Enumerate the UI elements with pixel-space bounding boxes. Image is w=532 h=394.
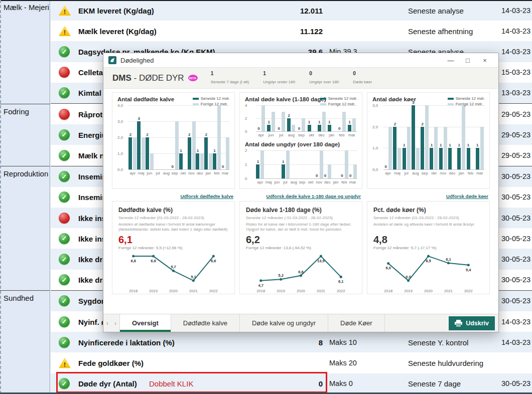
print-button[interactable]: Udskriv (449, 316, 495, 330)
status-ok-icon: ✓ (59, 337, 70, 348)
kpi-line-chart: 6,00,08,56,15,420182019202020212022 (373, 251, 483, 293)
kpi-value: 4,8 (373, 234, 483, 245)
bar-current (328, 125, 331, 131)
row-value: 12.011 (271, 6, 323, 15)
status-warning-icon: ! (59, 5, 71, 16)
dialog-titlebar[interactable]: Dødelighed — □ × (103, 53, 498, 67)
bar-group: 2 (204, 105, 213, 169)
tab-scroll-right-icon[interactable]: › (111, 314, 119, 332)
bar-previous (192, 121, 196, 169)
tab-døde-kalve-og-ungdyr[interactable]: Døde kalve og ungdyr (240, 314, 328, 332)
bar-value-label: 2 (288, 114, 290, 118)
svg-text:13,9: 13,9 (317, 259, 325, 263)
bar-previous (175, 121, 179, 169)
bar-value-label: 1 (476, 143, 478, 147)
sidebar-section: Fodring (0, 104, 50, 166)
table-row[interactable]: ✓Nyinficerede i laktation (%)8Maks 10Sen… (51, 332, 532, 352)
kpi-description: Risiko for at kalve dør i tidsrummet 1-1… (246, 222, 356, 233)
bar-value-label: 1 (467, 143, 469, 147)
sidebar-section-label: Sundhed (0, 291, 50, 302)
minimize-button[interactable]: — (442, 57, 459, 64)
table-row[interactable]: ✓Døde dyr (Antal)Dobbelt KLIK0Maks 0Sene… (51, 373, 532, 394)
bar-current (282, 164, 285, 178)
month-label: jul (154, 169, 162, 175)
kpi-line-chart: 4,75,26,613,96,120182019202020212022 (246, 251, 356, 293)
close-button[interactable]: × (476, 57, 493, 64)
bars-area: 2320121210 (128, 105, 229, 169)
bar-current (146, 137, 149, 169)
month-label: maj (392, 169, 402, 175)
y-axis-tick: 0,0 (117, 167, 123, 172)
bar-previous (444, 127, 447, 169)
table-row[interactable]: !Fede goldkøer (%)Maks 20Seneste huldvur… (51, 352, 532, 373)
kpi-period: Seneste 12 måneder (01-03-2022 - 28-02-2… (373, 216, 483, 220)
tab-dødfødte-kalve[interactable]: Dødfødte kalve (171, 314, 240, 332)
row-date: 30-05-23 (501, 276, 531, 284)
bar-group: 2 (146, 105, 154, 169)
bar-current (467, 148, 470, 169)
svg-text:2018: 2018 (256, 289, 265, 293)
bar-group: 1 (256, 150, 264, 178)
dashboard-header: DMS - DØDE DYR BETA 1Seneste 7 dage (I a… (103, 67, 498, 89)
bar-previous (462, 105, 465, 169)
dialog-tabbar: ‹ › OversigtDødfødte kalveDøde kalve og … (103, 314, 498, 332)
bar-value-label: 0 (349, 174, 351, 178)
row-value: 8 (271, 338, 323, 346)
tab-scroll-left-icon[interactable]: ‹ (103, 314, 111, 332)
row-status-label: Seneste huldvurdering (408, 359, 483, 367)
bar-previous (292, 125, 295, 131)
legend-item: Forrige 12 mdr. (320, 102, 357, 106)
month-label: aug (411, 169, 420, 175)
status-alert-icon (59, 109, 70, 120)
svg-text:6,6: 6,6 (211, 259, 216, 263)
bar-group (264, 150, 273, 178)
x-axis-labels: aprmajjunjulaugsepoktnovdecjanfebmar (128, 169, 229, 175)
row-label: Mælk n (78, 151, 104, 160)
svg-text:2021: 2021 (444, 289, 453, 293)
row-label: Energiu (78, 130, 106, 139)
bar-value-label: 1 (268, 120, 270, 124)
month-label: dec (323, 178, 332, 184)
status-warning-icon: ! (59, 26, 71, 36)
explore-link[interactable]: Udforsk døde køer (446, 193, 488, 199)
bar-value-label: 0 (384, 165, 386, 169)
y-axis-tick: 2 (245, 116, 247, 121)
bar-value-label: 0 (338, 127, 340, 131)
tab-strip: OversigtDødfødte kalveDøde kalve og ungd… (119, 314, 385, 332)
row-date: 29-05-23 (501, 151, 531, 159)
month-label: jan (204, 169, 213, 175)
tab-oversigt[interactable]: Oversigt (119, 314, 171, 332)
maximize-button[interactable]: □ (459, 57, 476, 64)
y-axis-tick: 2,0 (117, 135, 123, 140)
month-label: nov (315, 178, 323, 184)
bar-group: 3 (137, 105, 146, 169)
gridline (128, 169, 229, 170)
explore-link[interactable]: Udforsk døde kalve 1-180 dage og ungdyr (267, 193, 361, 199)
bar-previous (286, 150, 290, 178)
chart-plot: 4,03,02,01,00,02320121210 (128, 105, 229, 169)
svg-text:2022: 2022 (464, 289, 473, 293)
bar-value-label: 1 (440, 143, 442, 147)
bar-value-label: 1 (180, 149, 182, 153)
bar-value-label: 1 (431, 143, 433, 147)
status-ok-icon: ✓ (59, 150, 70, 161)
table-row[interactable]: !EKM leveret (Kg/dag)12.011Seneste analy… (51, 0, 532, 21)
bar-current (457, 148, 461, 169)
month-label: mar (347, 131, 357, 137)
tab-døde-køer[interactable]: Døde Køer (328, 314, 385, 332)
row-date: 30-05-23 (501, 214, 531, 222)
bar-group: 1 (327, 105, 337, 131)
bar-current (448, 148, 452, 169)
month-label: apr (383, 169, 392, 175)
table-row[interactable]: !Mælk leveret (Kg/dag)11.122Seneste afhe… (51, 21, 532, 41)
explore-link[interactable]: Udforsk dødfødte kalve (180, 193, 233, 199)
bar-current (430, 148, 433, 169)
summary-stat: 0Ungdyr over 180 (309, 71, 339, 85)
legend-swatch (320, 98, 326, 100)
row-date: 14-03-23 (501, 318, 531, 326)
bar-group (307, 150, 315, 178)
kpi-previous: Forrige 12 måneder: 5,7 (-17,17 %) (373, 246, 483, 250)
bar-group: 2 (187, 105, 196, 169)
bar-group (273, 150, 282, 178)
bar-chart-stillborn-calves: Antal dødfødte kalve4,03,02,01,00,023201… (117, 96, 229, 175)
